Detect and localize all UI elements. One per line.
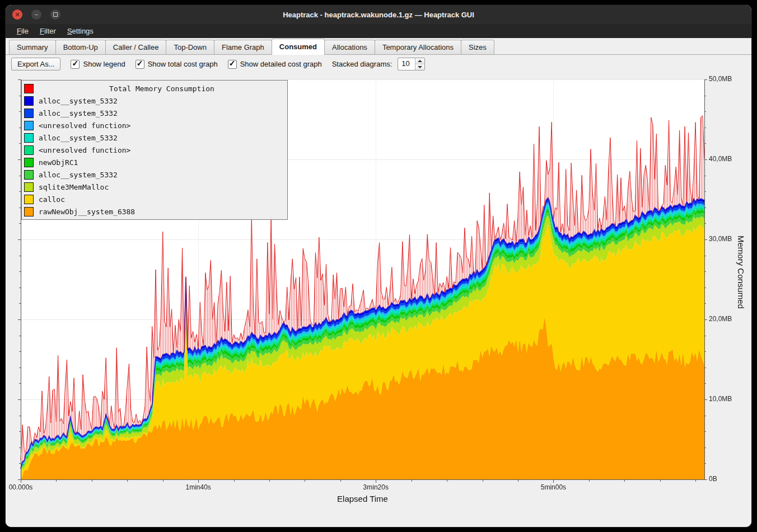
tab-bar: SummaryBottom-UpCaller / CalleeTop-DownF… <box>6 38 751 55</box>
checkbox-label: Show total cost graph <box>148 60 218 68</box>
menu-bar: FileFilterSettings <box>6 24 751 38</box>
stacked-diagrams-label: Stacked diagrams: <box>332 60 392 68</box>
export-as-button[interactable]: Export As... <box>11 58 60 70</box>
checkbox-show-total-cost-graph[interactable]: Show total cost graph <box>135 60 218 69</box>
chevron-down-icon <box>418 66 422 68</box>
tab-summary[interactable]: Summary <box>9 40 56 54</box>
checkbox-icon[interactable] <box>135 60 144 69</box>
tab-top-down[interactable]: Top-Down <box>166 40 214 54</box>
chart-toolbar: Export As... Show legendShow total cost … <box>6 55 751 73</box>
maximize-button[interactable] <box>50 10 60 20</box>
checkbox-group: Show legendShow total cost graphShow det… <box>71 60 321 69</box>
consumed-chart-area: Total Memory Consumptionalloc__system_53… <box>6 73 751 527</box>
tab-temporary-allocations[interactable]: Temporary Allocations <box>375 40 461 54</box>
stacked-diagrams-spinbox[interactable]: 10 <box>398 58 425 70</box>
y-axis-title: Memory Consumed <box>736 236 746 309</box>
tab-sizes[interactable]: Sizes <box>461 40 494 54</box>
tab-consumed[interactable]: Consumed <box>272 39 325 55</box>
checkbox-show-detailed-cost-graph[interactable]: Show detailed cost graph <box>228 60 322 69</box>
spin-down-button[interactable] <box>415 64 424 70</box>
minimize-icon: − <box>35 11 38 18</box>
menu-item-settings[interactable]: Settings <box>62 25 99 37</box>
tab-allocations[interactable]: Allocations <box>324 40 375 54</box>
checkbox-label: Show detailed cost graph <box>240 60 322 68</box>
spin-buttons <box>415 58 424 70</box>
menu-item-file[interactable]: File <box>11 25 34 37</box>
checkbox-icon[interactable] <box>228 60 237 69</box>
app-window: ✕ − Heaptrack - heaptrack.wakunode.1.gz … <box>6 5 751 527</box>
checkbox-icon[interactable] <box>71 60 80 69</box>
x-axis-title: Elapsed Time <box>21 494 704 503</box>
tab-caller-callee[interactable]: Caller / Callee <box>105 40 167 54</box>
close-button[interactable]: ✕ <box>12 10 22 20</box>
checkbox-show-legend[interactable]: Show legend <box>71 60 125 69</box>
spin-up-button[interactable] <box>415 58 424 64</box>
minimize-button[interactable]: − <box>31 10 41 20</box>
tab-flame-graph[interactable]: Flame Graph <box>214 40 272 54</box>
maximize-icon <box>53 12 58 17</box>
title-bar: ✕ − Heaptrack - heaptrack.wakunode.1.gz … <box>6 5 751 24</box>
window-title: Heaptrack - heaptrack.wakunode.1.gz — He… <box>6 11 751 19</box>
memory-consumption-chart[interactable] <box>6 73 751 527</box>
window-controls: ✕ − <box>12 10 60 20</box>
chevron-up-icon <box>418 60 422 62</box>
stacked-diagrams-value: 10 <box>398 58 415 70</box>
tab-bottom-up[interactable]: Bottom-Up <box>55 40 106 54</box>
close-icon: ✕ <box>15 11 20 18</box>
menu-item-filter[interactable]: Filter <box>34 25 62 37</box>
stacked-diagrams-control: Stacked diagrams: 10 <box>332 58 426 70</box>
checkbox-label: Show legend <box>83 60 125 68</box>
